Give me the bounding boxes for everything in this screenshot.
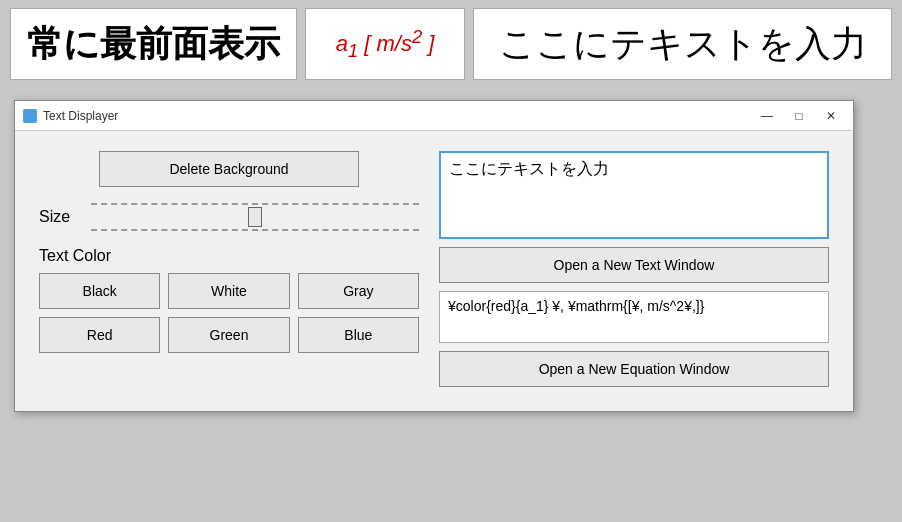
top-bar-always-front: 常に最前面表示 (10, 8, 297, 80)
color-buttons-grid: Black White Gray Red Green Blue (39, 273, 419, 353)
equation-display: a1 [ m/s2 ] (336, 26, 435, 62)
color-button-white[interactable]: White (168, 273, 289, 309)
window-title-left: Text Displayer (23, 109, 118, 123)
main-window: Text Displayer — □ ✕ Delete Background S… (14, 100, 854, 412)
text-input-field[interactable]: ここにテキストを入力 (439, 151, 829, 239)
right-panel: ここにテキストを入力 Open a New Text Window ¥color… (439, 151, 829, 387)
color-button-green[interactable]: Green (168, 317, 289, 353)
slider-row (91, 207, 419, 227)
input-text-display: ここにテキストを入力 (499, 20, 867, 69)
window-app-icon (23, 109, 37, 123)
close-button[interactable]: ✕ (817, 105, 845, 127)
text-color-label: Text Color (39, 247, 419, 265)
slider-top-line (91, 203, 419, 205)
left-panel: Delete Background Size Text Color Black … (39, 151, 419, 387)
color-button-blue[interactable]: Blue (298, 317, 419, 353)
delete-background-button[interactable]: Delete Background (99, 151, 359, 187)
color-button-black[interactable]: Black (39, 273, 160, 309)
open-equation-window-button[interactable]: Open a New Equation Window (439, 351, 829, 387)
top-bar-equation: a1 [ m/s2 ] (305, 8, 465, 80)
open-text-window-button[interactable]: Open a New Text Window (439, 247, 829, 283)
slider-bottom-line (91, 229, 419, 231)
text-color-section: Text Color Black White Gray Red Green Bl… (39, 247, 419, 353)
equation-input-field[interactable]: ¥color{red}{a_1} ¥, ¥mathrm{[¥, m/s^2¥,]… (439, 291, 829, 343)
color-button-red[interactable]: Red (39, 317, 160, 353)
size-slider[interactable] (91, 216, 419, 218)
maximize-button[interactable]: □ (785, 105, 813, 127)
top-bar: 常に最前面表示 a1 [ m/s2 ] ここにテキストを入力 (0, 0, 902, 88)
color-button-gray[interactable]: Gray (298, 273, 419, 309)
window-body: Delete Background Size Text Color Black … (15, 131, 853, 411)
minimize-button[interactable]: — (753, 105, 781, 127)
window-titlebar: Text Displayer — □ ✕ (15, 101, 853, 131)
top-bar-input-text: ここにテキストを入力 (473, 8, 892, 80)
window-controls: — □ ✕ (753, 105, 845, 127)
size-row: Size (39, 203, 419, 231)
slider-wrapper (91, 203, 419, 231)
size-label: Size (39, 208, 79, 226)
window-title: Text Displayer (43, 109, 118, 123)
always-front-text: 常に最前面表示 (27, 20, 280, 69)
